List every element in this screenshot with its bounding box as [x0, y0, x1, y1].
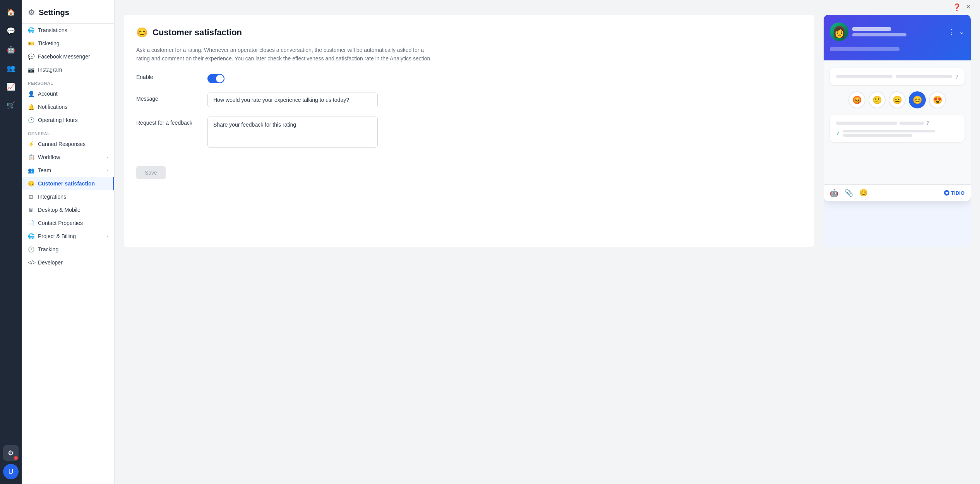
- help-icon[interactable]: ❓: [953, 3, 961, 12]
- sidebar-item-operating-hours[interactable]: 🕐 Operating Hours: [22, 113, 114, 127]
- integrations-icon: ⊞: [28, 194, 34, 200]
- billing-chevron-icon: ›: [106, 234, 108, 239]
- sidebar-label-customer-satisfaction: Customer satisfaction: [38, 180, 95, 187]
- chat-widget-preview: 👩 ⋮ ⌄: [824, 15, 971, 201]
- panel-description: Ask a customer for a rating. Whenever an…: [136, 46, 438, 63]
- sidebar-label-tracking: Tracking: [38, 246, 58, 252]
- contact-icon: 📄: [28, 220, 34, 226]
- close-icon[interactable]: ✕: [966, 3, 971, 12]
- panel-title: Customer satisfaction: [152, 27, 242, 38]
- attachment-footer-icon[interactable]: 📎: [845, 189, 853, 197]
- settings-panel: 😊 Customer satisfaction Ask a customer f…: [124, 15, 814, 247]
- nav-analytics[interactable]: 📈: [3, 79, 19, 94]
- clock-icon: 🕐: [28, 117, 34, 123]
- nav-user[interactable]: U: [3, 464, 19, 479]
- feedback-check-row: ✓: [836, 130, 958, 137]
- sidebar-item-integrations[interactable]: ⊞ Integrations: [22, 190, 114, 203]
- sidebar: ⚙ Settings 🌐 Translations 🎫 Ticketing 💬 …: [22, 0, 115, 484]
- billing-icon: 🌐: [28, 233, 34, 239]
- nav-chat[interactable]: 💬: [3, 23, 19, 39]
- sidebar-item-tracking[interactable]: 🕐 Tracking: [22, 243, 114, 256]
- enable-toggle[interactable]: [207, 74, 224, 83]
- question-mark: ?: [955, 74, 958, 80]
- content-wrapper: 😊 Customer satisfaction Ask a customer f…: [115, 15, 980, 256]
- emoji-sad[interactable]: 😕: [869, 91, 886, 108]
- sidebar-item-notifications[interactable]: 🔔 Notifications: [22, 100, 114, 113]
- sidebar-item-contact-properties[interactable]: 📄 Contact Properties: [22, 216, 114, 230]
- sidebar-item-account[interactable]: 👤 Account: [22, 87, 114, 100]
- sidebar-item-project-billing[interactable]: 🌐 Project & Billing ›: [22, 230, 114, 243]
- feedback-textarea[interactable]: Share your feedback for this rating: [207, 117, 378, 148]
- question-bubble: ?: [830, 68, 965, 85]
- fb-text-line2: [843, 134, 912, 137]
- sidebar-label-project-billing: Project & Billing: [38, 233, 76, 239]
- ticket-icon: 🎫: [28, 40, 34, 46]
- emoji-angry[interactable]: 😡: [848, 91, 865, 108]
- sidebar-item-team[interactable]: 👥 Team ›: [22, 164, 114, 177]
- main-content: ❓ ✕ 😊 Customer satisfaction Ask a custom…: [115, 0, 980, 484]
- panel-title-icon: 😊: [136, 27, 148, 38]
- sidebar-item-instagram[interactable]: 📷 Instagram: [22, 63, 114, 76]
- nav-contacts[interactable]: 👥: [3, 60, 19, 76]
- chat-body: ? 😡 😕 😐 😊 😍: [824, 60, 971, 184]
- feedback-label: Request for a feedback: [136, 117, 198, 126]
- sidebar-label-contact-properties: Contact Properties: [38, 220, 83, 226]
- sidebar-item-facebook[interactable]: 💬 Facebook Messenger: [22, 50, 114, 63]
- general-section-label: GENERAL: [22, 127, 114, 137]
- feedback-text-lines: [843, 130, 958, 137]
- message-input[interactable]: [207, 93, 378, 107]
- sidebar-label-developer: Developer: [38, 259, 63, 266]
- icon-nav: 🏠 💬 🤖 👥 📈 🛒 ⚙ U: [0, 0, 22, 484]
- team-icon: 👥: [28, 167, 34, 173]
- chat-header: 👩 ⋮ ⌄: [824, 15, 971, 60]
- nav-home[interactable]: 🏠: [3, 5, 19, 20]
- sidebar-title: Settings: [39, 8, 69, 17]
- footer-icons: 🤖 📎 😊: [830, 189, 868, 197]
- emoji-love[interactable]: 😍: [929, 91, 946, 108]
- top-bar: ❓ ✕: [115, 0, 980, 15]
- sidebar-header: ⚙ Settings: [22, 0, 114, 24]
- emoji-happy[interactable]: 😊: [909, 91, 926, 108]
- tidio-label: TIDIO: [951, 190, 965, 196]
- workflow-icon: 📋: [28, 154, 34, 160]
- sidebar-label-operating-hours: Operating Hours: [38, 117, 78, 123]
- nav-bot[interactable]: 🤖: [3, 42, 19, 57]
- panel-title-row: 😊 Customer satisfaction: [136, 27, 802, 38]
- workflow-chevron-icon: ›: [106, 155, 108, 160]
- settings-gear-icon: ⚙: [28, 8, 35, 17]
- chat-header-sub-bar: [852, 33, 906, 36]
- feedback-question-mark: ?: [926, 120, 929, 126]
- chat-header-info: [852, 27, 944, 36]
- nav-orders[interactable]: 🛒: [3, 98, 19, 113]
- toggle-wrapper: [207, 74, 224, 83]
- chat-footer: 🤖 📎 😊 TIDIO: [824, 184, 971, 201]
- emoji-footer-icon[interactable]: 😊: [859, 189, 868, 197]
- fb-text-line1: [843, 130, 935, 132]
- emoji-neutral[interactable]: 😐: [889, 91, 906, 108]
- globe-icon: 🌐: [28, 27, 34, 33]
- sidebar-label-translations: Translations: [38, 27, 67, 33]
- more-icon[interactable]: ⋮: [948, 27, 955, 36]
- sidebar-label-notifications: Notifications: [38, 104, 67, 110]
- feedback-line2: [899, 122, 924, 125]
- message-label: Message: [136, 93, 198, 102]
- feedback-line-row: ?: [836, 120, 958, 126]
- message-row: Message: [136, 93, 802, 107]
- instagram-icon: 📷: [28, 67, 34, 73]
- sidebar-item-ticketing[interactable]: 🎫 Ticketing: [22, 37, 114, 50]
- enable-row: Enable: [136, 74, 802, 83]
- sidebar-item-developer[interactable]: </> Developer: [22, 256, 114, 269]
- tracking-icon: 🕐: [28, 246, 34, 252]
- bot-footer-icon[interactable]: 🤖: [830, 189, 838, 197]
- sidebar-item-workflow[interactable]: 📋 Workflow ›: [22, 151, 114, 164]
- sidebar-item-translations[interactable]: 🌐 Translations: [22, 24, 114, 37]
- sidebar-item-customer-satisfaction[interactable]: 😊 Customer satisfaction: [22, 177, 114, 190]
- save-button[interactable]: Save: [136, 166, 166, 179]
- chevron-down-icon[interactable]: ⌄: [959, 27, 965, 36]
- sidebar-item-desktop-mobile[interactable]: 🖥 Desktop & Mobile: [22, 203, 114, 216]
- chat-header-actions: ⋮ ⌄: [948, 27, 965, 36]
- nav-settings[interactable]: ⚙: [3, 445, 19, 461]
- tidio-dot-icon: [944, 190, 949, 196]
- sidebar-item-canned-responses[interactable]: ⚡ Canned Responses: [22, 137, 114, 151]
- feedback-row: Request for a feedback Share your feedba…: [136, 117, 802, 148]
